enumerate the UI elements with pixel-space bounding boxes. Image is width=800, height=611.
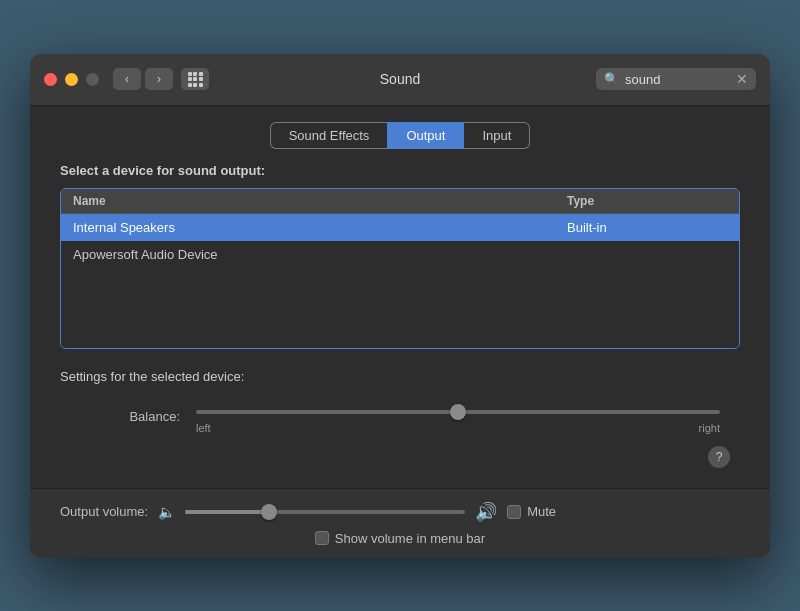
device-section-label: Select a device for sound output: bbox=[60, 163, 740, 178]
grid-icon bbox=[188, 72, 203, 87]
clear-search-button[interactable]: ✕ bbox=[736, 71, 748, 87]
forward-button[interactable]: › bbox=[145, 68, 173, 90]
minimize-button[interactable] bbox=[65, 73, 78, 86]
forward-icon: › bbox=[157, 72, 161, 86]
question-icon: ? bbox=[716, 450, 723, 464]
tab-sound-effects[interactable]: Sound Effects bbox=[270, 122, 388, 149]
device-row-internal-speakers[interactable]: Internal Speakers Built-in bbox=[61, 214, 739, 241]
maximize-button[interactable] bbox=[86, 73, 99, 86]
balance-right-label: right bbox=[699, 422, 720, 434]
search-input[interactable] bbox=[625, 72, 730, 87]
col-name-header: Name bbox=[73, 194, 567, 208]
device-type-internal: Built-in bbox=[567, 220, 727, 235]
main-content: Sound Effects Output Input Select a devi… bbox=[30, 106, 770, 488]
tab-input[interactable]: Input bbox=[464, 122, 530, 149]
grid-view-button[interactable] bbox=[181, 68, 209, 90]
table-header: Name Type bbox=[61, 189, 739, 214]
balance-slider-labels: left right bbox=[196, 418, 720, 434]
tab-bar: Sound Effects Output Input bbox=[60, 106, 740, 163]
menubar-label: Show volume in menu bar bbox=[335, 531, 485, 546]
table-empty-space bbox=[61, 268, 739, 348]
close-button[interactable] bbox=[44, 73, 57, 86]
bottom-bar: Output volume: 🔈 🔊 Mute Show volume in m… bbox=[30, 488, 770, 558]
device-row-apowersoft[interactable]: Apowersoft Audio Device bbox=[61, 241, 739, 268]
device-name-internal: Internal Speakers bbox=[73, 220, 567, 235]
help-button[interactable]: ? bbox=[708, 446, 730, 468]
nav-buttons: ‹ › bbox=[113, 68, 209, 90]
volume-low-icon: 🔈 bbox=[158, 504, 175, 520]
device-name-apowersoft: Apowersoft Audio Device bbox=[73, 247, 567, 262]
traffic-lights bbox=[44, 73, 99, 86]
balance-label: Balance: bbox=[80, 409, 180, 424]
search-icon: 🔍 bbox=[604, 72, 619, 86]
balance-slider[interactable] bbox=[196, 410, 720, 414]
balance-row: Balance: left right bbox=[60, 400, 740, 434]
tab-output[interactable]: Output bbox=[387, 122, 464, 149]
mute-label: Mute bbox=[527, 504, 556, 519]
window-title: Sound bbox=[380, 71, 420, 87]
volume-row: Output volume: 🔈 🔊 Mute bbox=[60, 501, 740, 523]
balance-left-label: left bbox=[196, 422, 211, 434]
back-button[interactable]: ‹ bbox=[113, 68, 141, 90]
col-type-header: Type bbox=[567, 194, 727, 208]
settings-section-label: Settings for the selected device: bbox=[60, 369, 740, 384]
volume-label: Output volume: bbox=[60, 504, 148, 519]
menubar-row: Show volume in menu bar bbox=[60, 531, 740, 546]
help-row: ? bbox=[60, 438, 740, 468]
search-bar[interactable]: 🔍 ✕ bbox=[596, 68, 756, 90]
mute-checkbox-group: Mute bbox=[507, 504, 556, 519]
volume-high-icon: 🔊 bbox=[475, 501, 497, 523]
mute-checkbox[interactable] bbox=[507, 505, 521, 519]
show-volume-menubar-checkbox[interactable] bbox=[315, 531, 329, 545]
back-icon: ‹ bbox=[125, 72, 129, 86]
titlebar: ‹ › Sound 🔍 ✕ bbox=[30, 54, 770, 106]
system-preferences-window: ‹ › Sound 🔍 ✕ Sound Effects Output bbox=[30, 54, 770, 558]
device-table: Name Type Internal Speakers Built-in Apo… bbox=[60, 188, 740, 349]
balance-slider-container: left right bbox=[196, 400, 720, 434]
volume-slider-track bbox=[185, 510, 465, 514]
